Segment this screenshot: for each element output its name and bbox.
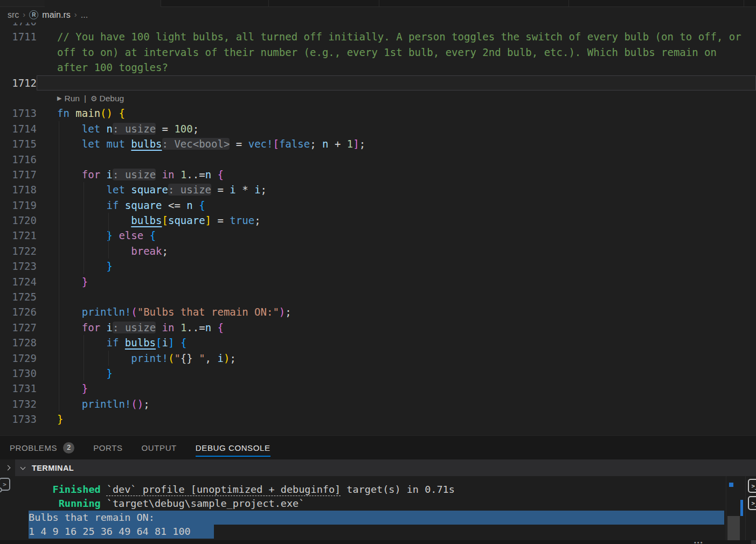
code-token bbox=[57, 398, 82, 410]
code-line[interactable]: 1719 if square <= n { bbox=[0, 198, 756, 213]
code-line[interactable]: 1722 break; bbox=[0, 243, 756, 259]
indent-guide bbox=[84, 259, 84, 274]
code-text: for i: usize in 1..=n { bbox=[37, 167, 756, 182]
indent-guide bbox=[84, 366, 84, 381]
breadcrumb-folder[interactable]: src bbox=[8, 10, 19, 20]
terminal-line[interactable]: 1 4 9 16 25 36 49 64 81 100 bbox=[0, 525, 756, 539]
code-line[interactable]: 1726 println!("Bulbs that remain ON:"); bbox=[0, 304, 756, 319]
terminal-instance-icon[interactable]: >_ bbox=[748, 479, 756, 493]
code-line[interactable]: 1732 println!(); bbox=[0, 396, 756, 412]
code-text: // You have 100 light bulbs, all turned … bbox=[37, 29, 756, 44]
terminal-line[interactable]: Bulbs that remain ON: bbox=[0, 511, 756, 525]
prompt-glyph: > bbox=[3, 481, 6, 488]
code-line[interactable]: 1730 } bbox=[0, 366, 756, 381]
code-token bbox=[57, 382, 82, 394]
editor-tab[interactable] bbox=[0, 0, 45, 6]
code-token: " bbox=[174, 352, 180, 364]
terminal-output[interactable]: Finished `dev` profile [unoptimized + de… bbox=[0, 476, 756, 540]
code-line[interactable]: 1716 bbox=[0, 152, 756, 167]
editor-tab-active[interactable] bbox=[45, 0, 161, 7]
notification-dots-icon[interactable]: ••• bbox=[694, 539, 704, 544]
code-token: fn bbox=[57, 107, 70, 119]
indent-guide bbox=[59, 228, 59, 243]
code-text: after 100 toggles? bbox=[37, 60, 756, 75]
code-line[interactable]: 1710 bbox=[0, 23, 756, 29]
panel-tab-ports[interactable]: PORTS bbox=[93, 436, 122, 459]
indent-guide bbox=[59, 366, 59, 381]
code-line[interactable]: 1727 for i: usize in 1..=n { bbox=[0, 320, 756, 335]
code-line[interactable]: 1715 let mut bulbs: Vec<bool> = vec![fal… bbox=[0, 136, 756, 151]
code-line[interactable]: off to on) at intervals of their number … bbox=[0, 45, 756, 60]
terminal-token: Running bbox=[59, 498, 101, 509]
code-lens[interactable]: ▶Run|⚙Debug bbox=[37, 90, 756, 106]
code-text: } bbox=[37, 366, 756, 381]
code-token bbox=[57, 169, 82, 180]
indent-guide bbox=[59, 351, 59, 366]
indent-guide bbox=[108, 228, 109, 243]
terminal-section-header: TERMINAL bbox=[0, 459, 756, 476]
codelens-run-link[interactable]: Run bbox=[64, 94, 79, 103]
code-token: else bbox=[119, 229, 143, 241]
code-token: { bbox=[218, 322, 224, 333]
line-number: 1710 bbox=[0, 23, 37, 29]
line-number: 1720 bbox=[0, 213, 37, 228]
code-editor[interactable]: 17101711// You have 100 light bulbs, all… bbox=[0, 23, 756, 435]
code-line[interactable]: 1721 } else { bbox=[0, 228, 756, 243]
chevron-right-icon[interactable] bbox=[5, 465, 10, 471]
code-token: for bbox=[82, 322, 100, 333]
panel-tab-label: DEBUG CONSOLE bbox=[196, 443, 271, 452]
codelens-separator: | bbox=[84, 94, 86, 103]
scrollbar-thumb[interactable] bbox=[727, 516, 740, 540]
terminal-line[interactable]: Finished `dev` profile [unoptimized + de… bbox=[0, 483, 756, 497]
code-token: i bbox=[254, 184, 260, 196]
line-number: 1723 bbox=[0, 259, 37, 274]
code-token bbox=[211, 169, 217, 180]
code-token: = bbox=[211, 214, 230, 226]
code-line[interactable]: 1733} bbox=[0, 412, 756, 427]
code-line[interactable]: 1725 bbox=[0, 289, 756, 304]
code-token: ..= bbox=[186, 322, 205, 333]
code-token: mut bbox=[107, 138, 125, 150]
rust-file-icon: R bbox=[29, 10, 38, 19]
code-line[interactable]: 1731 } bbox=[0, 381, 756, 396]
code-line[interactable]: 1718 let square: usize = i * i; bbox=[0, 182, 756, 197]
code-token bbox=[113, 229, 119, 241]
panel-tab-debug-console[interactable]: DEBUG CONSOLE bbox=[196, 436, 271, 459]
code-line[interactable]: 1713fn main() { bbox=[0, 106, 756, 121]
breadcrumb-file[interactable]: main.rs bbox=[42, 10, 70, 20]
line-number: 1713 bbox=[0, 106, 37, 121]
code-token: [ bbox=[273, 138, 279, 150]
terminal-section-label[interactable]: TERMINAL bbox=[32, 464, 74, 472]
code-line[interactable]: 1720 bulbs[square] = true; bbox=[0, 213, 756, 228]
panel-tab-problems[interactable]: PROBLEMS2 bbox=[10, 436, 74, 459]
codelens-debug-link[interactable]: Debug bbox=[100, 94, 124, 103]
code-line[interactable]: 1729 print!("{} ", i); bbox=[0, 351, 756, 366]
code-line[interactable]: 1724 } bbox=[0, 274, 756, 289]
code-line[interactable]: 1728 if bulbs[i] { bbox=[0, 335, 756, 350]
code-token: ] bbox=[205, 214, 211, 226]
panel-tab-output[interactable]: OUTPUT bbox=[142, 436, 177, 459]
indent-guide bbox=[59, 152, 59, 167]
line-number: 1711 bbox=[0, 29, 37, 44]
code-line[interactable]: 1712 bbox=[0, 75, 756, 90]
code-token: ; bbox=[230, 352, 235, 364]
terminal-command-decoration-icon[interactable]: > bbox=[0, 478, 10, 491]
code-token bbox=[100, 138, 106, 150]
panel-collapse-strip[interactable] bbox=[0, 459, 15, 476]
bottom-strip bbox=[0, 540, 756, 544]
code-line[interactable]: after 100 toggles? bbox=[0, 60, 756, 75]
code-token: in bbox=[162, 169, 175, 180]
code-text: print!("{} ", i); bbox=[37, 351, 756, 366]
code-line[interactable]: 1717 for i: usize in 1..=n { bbox=[0, 167, 756, 182]
terminal-line[interactable]: Running `target\debug\sample_project.exe… bbox=[0, 497, 756, 511]
code-line[interactable]: 1714 let n: usize = 100; bbox=[0, 121, 756, 136]
terminal-instance-icon[interactable]: >_ bbox=[748, 496, 756, 510]
code-line[interactable]: 1711// You have 100 light bulbs, all tur… bbox=[0, 29, 756, 44]
indent-guide bbox=[59, 167, 59, 182]
code-line[interactable]: ▶Run|⚙Debug bbox=[0, 90, 756, 106]
scrollbar-selection-marker bbox=[729, 483, 733, 487]
breadcrumb-symbol[interactable]: ... bbox=[81, 10, 88, 20]
code-line[interactable]: 1723 } bbox=[0, 259, 756, 274]
chevron-down-icon[interactable] bbox=[20, 464, 26, 470]
code-token: ; bbox=[285, 306, 291, 318]
